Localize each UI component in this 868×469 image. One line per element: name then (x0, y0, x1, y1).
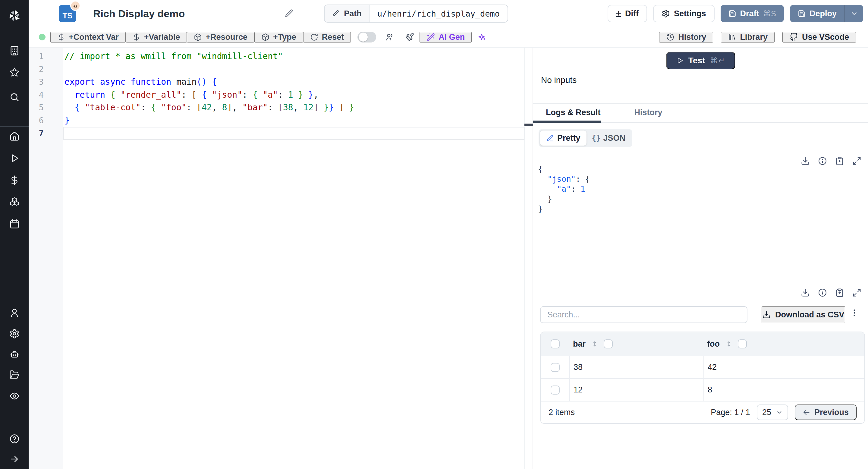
result-json-line: } (538, 204, 590, 214)
format-paintbrush-icon[interactable] (400, 33, 420, 41)
collapse-arrow-icon[interactable] (9, 454, 20, 464)
audit-eye-icon[interactable] (9, 391, 20, 401)
download-table-icon[interactable] (801, 288, 810, 297)
json-view-button[interactable]: {} JSON (587, 130, 631, 146)
user-icon[interactable] (9, 308, 20, 318)
code-editor[interactable]: 1// import * as wmill from "windmill-cli… (29, 48, 532, 469)
column-header-bar[interactable]: bar (573, 339, 586, 349)
table-row[interactable]: 38 42 (541, 356, 864, 378)
sort-bar-icon[interactable] (591, 341, 598, 347)
deploy-button[interactable]: Deploy (790, 5, 863, 22)
line-number: 6 (29, 114, 44, 127)
add-context-var-button[interactable]: +Context Var (50, 32, 126, 42)
table-menu-kebab-icon[interactable] (850, 308, 859, 317)
cell-bar: 12 (569, 379, 704, 401)
windmill-logo-icon[interactable] (7, 8, 22, 24)
page-indicator: Page: 1 / 1 (711, 408, 750, 417)
search-icon[interactable] (9, 92, 20, 102)
settings-button[interactable]: Settings (653, 5, 715, 22)
sort-foo-icon[interactable] (725, 341, 732, 347)
path-label-segment[interactable]: Path (324, 5, 370, 22)
panel-resize-handle[interactable] (524, 124, 533, 126)
code-line[interactable]: 3export async function main() { (29, 76, 532, 89)
folders-icon[interactable] (9, 370, 20, 380)
help-icon[interactable] (9, 434, 20, 444)
foo-column-checkbox[interactable] (738, 339, 747, 348)
row-checkbox[interactable] (551, 363, 560, 372)
copy-result-icon[interactable] (835, 156, 844, 165)
path-pill[interactable]: Path u/henri/rich_display_demo (324, 4, 508, 23)
bar-column-checkbox[interactable] (604, 339, 613, 348)
download-result-icon[interactable] (801, 156, 810, 165)
add-type-button[interactable]: +Type (254, 32, 303, 42)
use-vscode-button[interactable]: Use VScode (782, 32, 856, 42)
code-line[interactable]: 6} (29, 114, 532, 127)
result-json-line: "a": 1 (538, 184, 590, 194)
column-header-foo[interactable]: foo (707, 339, 720, 349)
select-all-checkbox[interactable] (551, 339, 560, 348)
tab-logs-result[interactable]: Logs & Result (546, 108, 601, 122)
table-actions (801, 288, 861, 297)
reset-button[interactable]: Reset (303, 32, 351, 42)
test-button[interactable]: Test ⌘↵ (666, 52, 735, 69)
add-variable-button[interactable]: +Variable (126, 32, 187, 42)
pretty-view-button[interactable]: Pretty (540, 130, 587, 146)
code-line[interactable]: 7 (29, 127, 532, 140)
variables-dollar-icon[interactable] (9, 175, 20, 185)
info-icon[interactable] (818, 156, 827, 165)
sparkles-icon[interactable] (472, 33, 492, 41)
path-value[interactable]: u/henri/rich_display_demo (370, 5, 507, 22)
copy-table-icon[interactable] (835, 288, 844, 297)
row-checkbox[interactable] (551, 385, 560, 395)
download-csv-button[interactable]: Download as CSV (762, 306, 845, 323)
result-json-line: } (538, 194, 590, 204)
result-actions (801, 156, 861, 165)
diff-button[interactable]: ± Diff (608, 5, 647, 22)
table-search-input[interactable] (540, 306, 747, 323)
edit-title-pencil-icon[interactable] (284, 9, 294, 19)
magic-wand-icon (427, 33, 435, 41)
add-resource-button[interactable]: +Resource (187, 32, 254, 42)
home-icon[interactable] (9, 131, 20, 141)
baby-emoji-badge (70, 1, 81, 11)
typescript-badge-icon: TS (59, 5, 76, 22)
draft-button[interactable]: Draft ⌘S (721, 5, 784, 22)
star-icon[interactable] (9, 67, 20, 77)
code-line[interactable]: 5 { "table-col": { "foo": [42, 8], "bar"… (29, 101, 532, 114)
code-line[interactable]: 1// import * as wmill from "windmill-cli… (29, 50, 532, 63)
cell-foo: 42 (704, 356, 864, 378)
editor-right-edge (524, 48, 525, 469)
play-icon (676, 57, 684, 64)
diff-mode-toggle[interactable] (358, 32, 376, 42)
expand-table-icon[interactable] (852, 288, 861, 297)
table-footer: 2 items Page: 1 / 1 25 Previous (541, 401, 864, 423)
deploy-dropdown-button[interactable] (845, 5, 863, 22)
code-line[interactable]: 2 (29, 63, 532, 76)
runs-play-icon[interactable] (9, 153, 20, 163)
tab-history[interactable]: History (634, 108, 662, 122)
result-json-line: "json": { (538, 174, 590, 184)
table-row[interactable]: 12 8 (541, 378, 864, 401)
dollar-icon (57, 33, 65, 41)
schedules-calendar-icon[interactable] (9, 219, 20, 229)
workers-robot-icon[interactable] (9, 349, 20, 359)
package-icon (194, 33, 202, 41)
settings-gear-icon[interactable] (9, 329, 20, 339)
chevron-down-icon (850, 10, 858, 18)
save-icon (798, 10, 806, 18)
line-number: 4 (29, 89, 44, 101)
library-button[interactable]: Library (721, 32, 775, 42)
resources-cubes-icon[interactable] (9, 197, 20, 207)
run-result-panel: Test ⌘↵ No inputs Logs & Result History … (532, 48, 868, 469)
collab-users-icon[interactable] (380, 33, 400, 41)
previous-page-button[interactable]: Previous (795, 405, 857, 420)
history-button[interactable]: History (659, 32, 713, 42)
page-size-select[interactable]: 25 (757, 405, 788, 420)
items-count: 2 items (549, 408, 575, 417)
building-icon[interactable] (9, 45, 20, 56)
line-number: 3 (29, 76, 44, 89)
info-icon[interactable] (818, 288, 827, 297)
code-line[interactable]: 4 return { "render_all": [ { "json": { "… (29, 89, 532, 101)
expand-result-icon[interactable] (852, 156, 861, 165)
ai-gen-button[interactable]: AI Gen (420, 32, 472, 42)
